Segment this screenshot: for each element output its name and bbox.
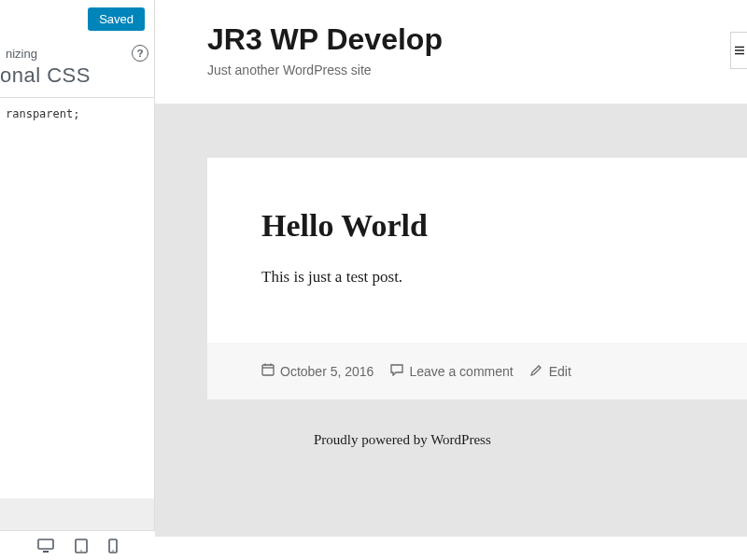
post-card: Hello World This is just a test post. Oc…: [207, 158, 747, 399]
breadcrumb: nizing: [6, 47, 37, 61]
post-content: This is just a test post.: [261, 268, 693, 287]
css-line: ransparent;: [6, 107, 148, 120]
customizer-sidebar: Saved nizing ? onal CSS ransparent;: [0, 0, 155, 560]
post-date: October 5, 2016: [261, 363, 374, 379]
section-title: onal CSS: [0, 63, 91, 88]
comment-icon: [390, 363, 403, 379]
css-editor[interactable]: ransparent;: [0, 97, 154, 498]
svg-rect-7: [735, 49, 744, 50]
site-tagline: Just another WordPress site: [207, 63, 747, 77]
calendar-icon: [261, 363, 275, 379]
svg-rect-8: [735, 53, 744, 54]
post-comments[interactable]: Leave a comment: [390, 363, 513, 379]
menu-toggle[interactable]: [730, 32, 747, 69]
post-meta: October 5, 2016 Leave a comment Edit: [207, 343, 747, 399]
footer-text[interactable]: Proudly powered by WordPress: [314, 432, 491, 447]
help-icon[interactable]: ?: [132, 45, 148, 62]
svg-point-3: [80, 550, 82, 552]
sidebar-header: Saved nizing ? onal CSS: [0, 0, 154, 97]
edit-icon: [530, 363, 543, 379]
post-edit[interactable]: Edit: [530, 363, 571, 379]
tablet-icon[interactable]: [75, 539, 88, 553]
svg-rect-1: [43, 551, 49, 553]
breadcrumb-row: nizing ?: [0, 45, 154, 62]
site-footer: Proudly powered by WordPress: [207, 399, 747, 483]
leave-comment-link[interactable]: Leave a comment: [409, 364, 513, 379]
site-preview: JR3 WP Develop Just another WordPress si…: [155, 0, 747, 560]
edit-link[interactable]: Edit: [549, 364, 571, 379]
mobile-icon[interactable]: [108, 539, 118, 553]
site-title[interactable]: JR3 WP Develop: [207, 22, 747, 57]
site-header: JR3 WP Develop Just another WordPress si…: [155, 0, 747, 104]
device-preview-bar: [0, 530, 155, 560]
main-content: Hello World This is just a test post. Oc…: [155, 104, 747, 537]
svg-rect-0: [38, 539, 53, 549]
post-date-text: October 5, 2016: [280, 364, 374, 379]
desktop-icon[interactable]: [37, 539, 54, 553]
post-title[interactable]: Hello World: [261, 208, 693, 244]
svg-rect-9: [262, 365, 274, 375]
svg-point-5: [112, 550, 114, 552]
svg-rect-6: [735, 47, 744, 48]
saved-button[interactable]: Saved: [88, 7, 145, 31]
